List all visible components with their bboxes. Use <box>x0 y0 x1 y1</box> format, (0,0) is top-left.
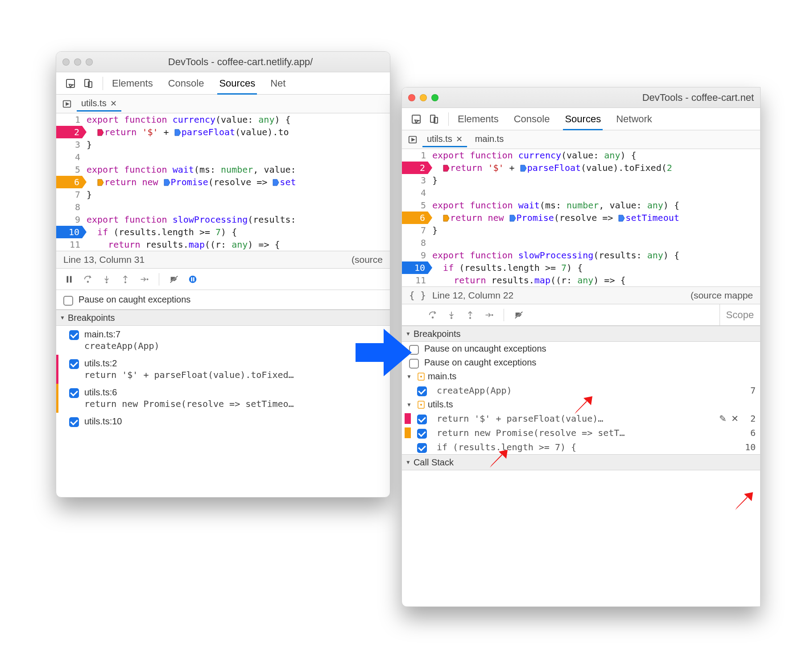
code-line[interactable]: 9export function slowProcessing(results:… <box>402 249 760 261</box>
step-over-icon[interactable] <box>427 309 439 321</box>
devtools-window-new: DevTools - coffee-cart.net ElementsConso… <box>401 87 761 607</box>
inspect-icon[interactable] <box>409 112 423 126</box>
svg-point-7 <box>87 281 89 282</box>
annotation-arrow <box>486 446 513 473</box>
tab-elements[interactable]: Elements <box>456 108 501 130</box>
pause-uncaught-row[interactable]: Pause on uncaught exceptions <box>402 342 760 356</box>
debugger-toolbar <box>56 269 390 290</box>
code-line[interactable]: 5export function wait(ms: number, value: <box>56 163 390 176</box>
step-icon[interactable] <box>483 309 495 321</box>
tab-sources[interactable]: Sources <box>217 72 257 94</box>
tab-console[interactable]: Console <box>166 72 206 94</box>
tab-sources[interactable]: Sources <box>563 108 603 130</box>
code-line[interactable]: 7} <box>402 224 760 236</box>
traffic-lights <box>62 58 93 66</box>
navigator-toggle-icon[interactable] <box>61 98 73 110</box>
breakpoint-checkbox[interactable] <box>417 443 427 453</box>
code-line[interactable]: 10 if (results.length >= 7) { <box>56 226 390 238</box>
breakpoint-checkbox[interactable] <box>69 388 79 398</box>
step-out-icon[interactable] <box>120 274 131 285</box>
breakpoint-checkbox[interactable] <box>417 386 427 396</box>
code-line[interactable]: 1export function currency(value: any) { <box>402 149 760 162</box>
tab-console[interactable]: Console <box>512 108 552 130</box>
file-tab-utils.ts[interactable]: utils.ts✕ <box>77 96 121 112</box>
svg-point-13 <box>147 278 148 280</box>
code-line[interactable]: 3} <box>402 174 760 187</box>
inspect-icon[interactable] <box>63 76 78 91</box>
code-line[interactable]: 9export function slowProcessing(results: <box>56 213 390 226</box>
code-line[interactable]: 2 return '$' + parseFloat(value).toFixed… <box>402 162 760 174</box>
close-dot[interactable] <box>408 94 415 101</box>
breakpoint-checkbox[interactable] <box>417 415 427 424</box>
step-over-icon[interactable] <box>82 274 94 285</box>
step-into-icon[interactable] <box>446 309 457 321</box>
deactivate-breakpoints-icon[interactable] <box>513 309 525 321</box>
navigator-toggle-icon[interactable] <box>406 133 419 146</box>
breakpoint-row[interactable]: if (results.length >= 7) {10 <box>402 440 760 454</box>
maximize-dot[interactable] <box>431 94 439 101</box>
code-line[interactable]: 4 <box>56 151 390 163</box>
pause-caught-row[interactable]: Pause on caught exceptions <box>56 290 390 310</box>
code-line[interactable]: 11 return results.map((r: any) => { <box>402 274 760 286</box>
titlebar: DevTools - coffee-cart.net <box>402 87 760 108</box>
code-editor[interactable]: 1export function currency(value: any) {2… <box>402 149 760 286</box>
svg-marker-40 <box>735 492 753 510</box>
pause-exceptions-icon[interactable] <box>187 274 199 285</box>
breakpoints-header[interactable]: ▼Breakpoints <box>402 326 760 342</box>
code-line[interactable]: 8 <box>56 201 390 213</box>
callstack-header[interactable]: ▼Call Stack <box>402 454 760 470</box>
remove-icon[interactable]: ✕ <box>731 413 739 424</box>
device-toggle-icon[interactable] <box>427 112 441 126</box>
code-line[interactable]: 8 <box>402 236 760 249</box>
code-line[interactable]: 6 return new Promise(resolve => set <box>56 176 390 188</box>
tab-elements[interactable]: Elements <box>110 72 155 94</box>
code-editor[interactable]: 1export function currency(value: any) {2… <box>56 113 390 251</box>
svg-rect-17 <box>191 277 192 281</box>
code-line[interactable]: 10 if (results.length >= 7) { <box>402 261 760 274</box>
maximize-dot[interactable] <box>86 58 93 66</box>
deactivate-breakpoints-icon[interactable] <box>168 274 180 285</box>
device-toggle-icon[interactable] <box>81 76 95 91</box>
edit-icon[interactable]: ✎ <box>719 413 727 424</box>
step-out-icon[interactable] <box>464 309 476 321</box>
code-line[interactable]: 1export function currency(value: any) { <box>56 113 390 126</box>
breakpoint-group-header[interactable]: ▼main.ts <box>402 369 760 383</box>
editor-statusbar: Line 13, Column 31 (source <box>56 251 390 269</box>
code-line[interactable]: 11 return results.map((r: any) => { <box>56 238 390 251</box>
breakpoint-item[interactable]: utils.ts:6return new Promise(resolve => … <box>56 384 390 413</box>
pretty-print-icon[interactable]: { } <box>409 290 426 301</box>
code-line[interactable]: 2 return '$' + parseFloat(value).to <box>56 126 390 138</box>
pause-caught-row[interactable]: Pause on caught exceptions <box>402 356 760 369</box>
breakpoint-checkbox[interactable] <box>69 330 79 340</box>
breakpoint-item[interactable]: main.ts:7createApp(App) <box>56 326 390 355</box>
close-icon[interactable]: ✕ <box>110 99 117 108</box>
svg-point-30 <box>492 314 493 315</box>
step-into-icon[interactable] <box>101 274 112 285</box>
pause-icon[interactable] <box>63 274 75 285</box>
close-icon[interactable]: ✕ <box>456 134 463 144</box>
minimize-dot[interactable] <box>74 58 81 66</box>
close-dot[interactable] <box>62 58 70 66</box>
code-line[interactable]: 5export function wait(ms: number, value:… <box>402 199 760 212</box>
breakpoint-item[interactable]: utils.ts:10 <box>56 413 390 430</box>
breakpoint-checkbox[interactable] <box>69 417 79 427</box>
pause-caught-checkbox[interactable] <box>63 296 73 306</box>
code-line[interactable]: 4 <box>402 187 760 199</box>
breakpoint-item[interactable]: utils.ts:2return '$' + parseFloat(value)… <box>56 355 390 384</box>
breakpoint-row[interactable]: return new Promise(resolve => setT…6 <box>402 426 760 440</box>
minimize-dot[interactable] <box>420 94 427 101</box>
breakpoint-checkbox[interactable] <box>69 359 79 369</box>
code-line[interactable]: 3} <box>56 138 390 151</box>
file-tab-main.ts[interactable]: main.ts <box>471 132 508 147</box>
traffic-lights <box>408 94 439 101</box>
svg-marker-39 <box>490 450 508 468</box>
breakpoints-header[interactable]: ▼Breakpoints <box>56 310 390 326</box>
breakpoint-checkbox[interactable] <box>417 429 427 439</box>
step-icon[interactable] <box>138 274 150 285</box>
scope-tab[interactable]: Scope <box>720 304 760 325</box>
code-line[interactable]: 7} <box>56 188 390 201</box>
tab-network[interactable]: Network <box>614 108 654 130</box>
file-tab-utils.ts[interactable]: utils.ts✕ <box>422 132 467 147</box>
code-line[interactable]: 6 return new Promise(resolve => setTimeo… <box>402 212 760 224</box>
tab-net[interactable]: Net <box>269 72 287 94</box>
